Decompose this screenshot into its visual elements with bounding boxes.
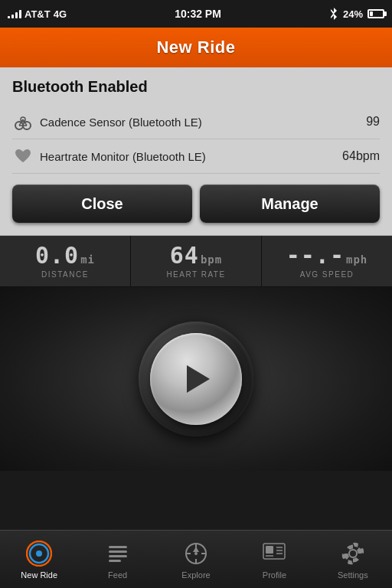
page-title: New Ride [156,38,235,57]
heartrate-stat: 64bpm HEART RATE [131,236,262,286]
status-right: 24% [329,8,384,20]
tab-settings[interactable]: Settings [314,531,392,588]
battery-icon [368,9,384,18]
bluetooth-panel: Bluetooth Enabled Cadence Sensor (Blueto… [0,67,392,236]
settings-icon [339,540,367,567]
svg-rect-12 [109,560,121,562]
tab-profile-label: Profile [263,570,286,580]
cadence-device-row: Cadence Sensor (Bluetooth LE) 99 [12,105,380,139]
header: New Ride [0,28,392,67]
network-label: 4G [54,8,67,20]
tab-feed[interactable]: Feed [78,531,156,588]
tab-settings-label: Settings [338,570,368,580]
tab-explore-label: Explore [181,570,210,580]
cadence-sensor-name: Cadence Sensor (Bluetooth LE) [40,116,366,129]
main-area [0,287,392,471]
svg-rect-11 [109,555,127,557]
bluetooth-title: Bluetooth Enabled [12,78,380,96]
heart-icon [12,145,34,167]
distance-label: DISTANCE [3,270,127,279]
heartrate-value: 64bpm [134,242,258,269]
tab-explore[interactable]: Explore [157,531,235,588]
svg-rect-10 [109,550,127,553]
play-button-inner [150,333,242,425]
status-bar: AT&T 4G 10:32 PM 24% [0,0,392,28]
svg-point-26 [349,550,357,557]
bluetooth-icon [329,8,338,20]
svg-point-8 [36,550,42,557]
play-triangle-icon [187,365,210,393]
heartrate-monitor-name: Heartrate Monitor (Bluetooth LE) [40,150,342,163]
stats-area: 0.0mi DISTANCE 64bpm HEART RATE --.-mph … [0,236,392,287]
panel-buttons: Close Manage [12,185,380,223]
manage-button[interactable]: Manage [200,185,380,223]
svg-marker-19 [193,547,199,552]
svg-point-14 [194,552,198,555]
avgspeed-value: --.-mph [265,242,389,269]
distance-stat: 0.0mi DISTANCE [0,236,131,286]
close-button[interactable]: Close [12,185,192,223]
feed-icon [104,540,132,567]
heartrate-monitor-value: 64bpm [342,149,380,163]
cadence-sensor-value: 99 [366,115,380,129]
tab-bar: New Ride Feed Explore [0,530,392,588]
distance-value: 0.0mi [3,242,127,269]
explore-icon [182,540,210,567]
tab-profile[interactable]: Profile [235,531,313,588]
profile-icon [260,540,288,567]
new-ride-icon [25,540,53,567]
cadence-icon [12,111,34,132]
avgspeed-stat: --.-mph AVG SPEED [262,236,392,286]
avgspeed-label: AVG SPEED [265,270,389,279]
svg-rect-9 [109,546,127,548]
tab-new-ride-label: New Ride [21,570,57,580]
signal-icon [8,9,21,18]
heartrate-label: HEART RATE [134,270,258,279]
tab-feed-label: Feed [108,570,127,580]
status-left: AT&T 4G [8,8,67,20]
heartrate-device-row: Heartrate Monitor (Bluetooth LE) 64bpm [12,139,380,174]
battery-percent: 24% [343,8,363,20]
play-button[interactable] [139,322,253,436]
svg-rect-21 [266,546,273,554]
time-label: 10:32 PM [175,8,221,20]
tab-new-ride[interactable]: New Ride [0,531,78,588]
carrier-label: AT&T [24,8,51,20]
